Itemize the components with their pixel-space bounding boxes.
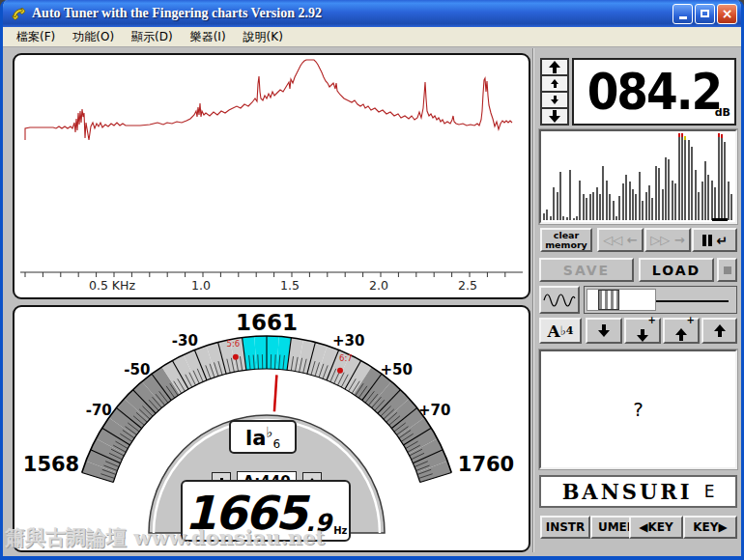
db-down-button[interactable]: [541, 92, 568, 108]
x-label-1.5: 1.5: [280, 278, 300, 293]
menu-function[interactable]: 功能(O): [65, 27, 122, 47]
position-slider[interactable]: [584, 286, 737, 314]
db-down-fast-button[interactable]: [541, 108, 568, 125]
meter-bar: [681, 133, 683, 220]
meter-bar: [691, 147, 693, 220]
meter-bar: [596, 187, 598, 220]
key-next-button[interactable]: KEY▶: [683, 516, 737, 539]
meter-bar: [632, 189, 634, 220]
meter-bar: [583, 194, 585, 220]
meter-bar: [651, 198, 653, 220]
interval-ratio-label: 6:7: [339, 353, 353, 363]
pause-button[interactable]: ↵: [692, 228, 737, 252]
note-down-fine-button[interactable]: +: [624, 318, 661, 344]
meter-bar: [618, 196, 620, 220]
meter-bar: [662, 189, 664, 220]
meter-bar: [668, 159, 670, 220]
minimize-button[interactable]: [672, 4, 693, 24]
frequency-decimal: .9: [305, 510, 331, 537]
arrow-down-icon: [549, 110, 560, 123]
instrument-prev-button[interactable]: INSTR: [540, 516, 590, 539]
close-button[interactable]: ×: [717, 4, 737, 24]
db-up-button[interactable]: [541, 75, 568, 92]
x-label-0.5: 0.5 KHz: [89, 278, 135, 293]
meter-bar: [718, 133, 720, 220]
fingering-chart-panel: ?: [539, 350, 737, 469]
note-down-button[interactable]: [586, 318, 622, 344]
arrow-up-icon: [714, 324, 726, 337]
spectrum-panel: 0.5 KHz 1.0 1.5 2.0 2.5: [13, 53, 530, 299]
meter-bar: [589, 194, 591, 220]
meter-bar: [648, 185, 650, 220]
pause-icon: [708, 235, 712, 246]
stop-button[interactable]: [717, 258, 737, 282]
meter-bar: [695, 170, 697, 220]
fast-forward-button[interactable]: ▷▷ →: [644, 228, 691, 252]
menu-instrument[interactable]: 樂器(I): [183, 27, 234, 47]
waveform-button[interactable]: [539, 286, 580, 314]
gauge-cents-label: +30: [332, 332, 364, 350]
gauge-cents-label: +50: [380, 361, 412, 378]
load-button[interactable]: LOAD: [639, 258, 714, 282]
meter-bar: [629, 182, 631, 220]
note-up-fine-button[interactable]: +: [663, 318, 700, 344]
pause-icon: [702, 235, 706, 246]
return-icon: ↵: [716, 233, 728, 248]
meter-bar: [622, 183, 624, 220]
panel-divider: [532, 48, 534, 552]
tone-note: A: [548, 322, 560, 341]
clear-memory-button[interactable]: clear memory: [540, 228, 592, 252]
clear-memory-label-top: clear: [554, 231, 579, 240]
meter-bar: [635, 194, 637, 220]
meter-bar: [615, 216, 617, 221]
note-up-button[interactable]: [701, 318, 737, 344]
menu-help[interactable]: 說明(K): [236, 27, 291, 47]
meter-bar: [553, 187, 555, 220]
fast-forward-icon: ▷▷ →: [650, 233, 684, 247]
app-window: Auto Tuner with the Fingering charts Ver…: [0, 0, 744, 560]
level-unit: dB: [715, 106, 730, 119]
frequency-display: 1665.9Hz: [181, 480, 351, 542]
title-bar[interactable]: Auto Tuner with the Fingering charts Ver…: [3, 0, 741, 27]
close-icon: ×: [722, 7, 733, 20]
level-history-meter: [539, 129, 737, 224]
meter-bar: [711, 181, 713, 220]
maximize-button[interactable]: [695, 4, 715, 24]
menu-bar: 檔案(F) 功能(O) 顯示(D) 樂器(I) 說明(K): [3, 27, 741, 47]
meter-bar: [546, 210, 548, 220]
meter-bar: [609, 194, 611, 220]
frequency-unit: Hz: [333, 525, 347, 536]
rewind-button[interactable]: ◁◁ ←: [597, 228, 644, 252]
meter-bar: [730, 194, 732, 220]
meter-bar: [642, 201, 644, 220]
instrument-name: BANSURI: [562, 479, 693, 504]
menu-file[interactable]: 檔案(F): [9, 27, 63, 47]
gauge-cents-label: -50: [124, 361, 150, 378]
window-controls: ×: [672, 4, 737, 24]
meter-bar: [674, 183, 676, 220]
meter-bar: [684, 136, 686, 220]
meter-bar: [592, 192, 594, 220]
clear-memory-label-bottom: memory: [545, 240, 587, 250]
meter-bar: [698, 192, 700, 220]
rewind-icon: ◁◁ ←: [603, 233, 637, 247]
meter-bar: [678, 133, 680, 220]
x-label-1.0: 1.0: [191, 278, 211, 293]
meter-bar: [645, 192, 647, 220]
save-button[interactable]: SAVE: [539, 258, 634, 282]
app-phone-icon: [9, 4, 28, 23]
arrow-down-icon: [551, 96, 558, 104]
db-up-fast-button[interactable]: [541, 59, 568, 75]
maximize-icon: [701, 10, 709, 17]
meter-bar: [569, 170, 571, 220]
menu-display[interactable]: 顯示(D): [124, 27, 181, 47]
tone-note-button[interactable]: A♭4: [539, 318, 582, 344]
tone-octave: 4: [566, 324, 574, 337]
interval-ratio-label: 5:6: [227, 339, 241, 349]
key-prev-button[interactable]: ◀KEY: [629, 516, 683, 539]
slider-thumb[interactable]: [598, 290, 619, 310]
meter-bar: [573, 218, 575, 220]
meter-bar: [672, 181, 673, 220]
note-display: la♭6: [229, 420, 297, 454]
tuning-gauge-panel: -30-50-70+30+50+705:66:7 1661 1568 1760 …: [13, 305, 530, 552]
